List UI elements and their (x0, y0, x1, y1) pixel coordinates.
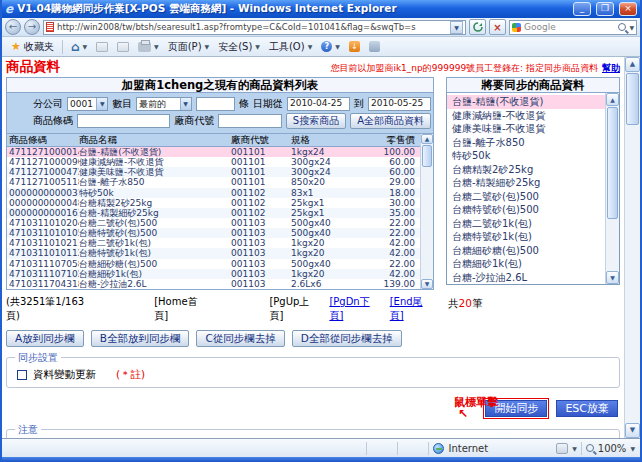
table-scrollbar[interactable]: ▲ ▼ (420, 134, 433, 289)
internet-zone-icon (433, 443, 444, 454)
window-scroll-thumb[interactable] (626, 73, 639, 125)
mail-button[interactable] (113, 41, 133, 53)
sync-list-scrollbar[interactable]: ▲ ▼ (605, 93, 619, 284)
table-scroll-thumb[interactable] (422, 145, 432, 167)
sync-list-item[interactable]: 台糖二號砂1k(包) (447, 217, 605, 231)
sync-scroll-down-icon[interactable]: ▼ (606, 271, 619, 284)
sync-list-item[interactable]: 台糖細砂糖(包)500 (447, 244, 605, 258)
table-scroll-track[interactable] (421, 144, 433, 279)
table-row[interactable]: 0000000000161 台糖-精製細砂25kg 001102 25kgx1 … (7, 208, 420, 218)
table-row[interactable]: 4711271005118 台鹽-離子水850 001101 850x20 29… (7, 177, 420, 187)
search-icon[interactable] (618, 23, 626, 31)
search-dropdown-icon[interactable]: ▼ (629, 24, 634, 31)
sync-list-item[interactable]: 台糖-精製細砂25kg (447, 176, 605, 190)
forward-button[interactable]: → (24, 19, 40, 35)
zoom-dropdown-icon[interactable]: ▼ (630, 445, 635, 452)
status-bar: Internet ▼ 100% ▼ (2, 438, 640, 457)
favorites-button[interactable]: ★ 收藏夹 (7, 39, 58, 55)
address-dropdown-icon[interactable]: ▼ (450, 21, 463, 34)
home-button[interactable]: ⌂▼ (67, 41, 91, 53)
branch-select[interactable]: 0001▼ (67, 97, 108, 111)
sync-list-item[interactable]: 台糖特號砂(包)500 (447, 203, 605, 217)
help-link[interactable]: 幫助 (602, 63, 620, 73)
page-end-link[interactable]: [End尾頁] (390, 295, 434, 323)
date-from-label: 日期從 (253, 97, 283, 111)
status-divider (397, 442, 398, 455)
sync-list-item[interactable]: 台糖精製2砂25kg (447, 163, 605, 177)
sync-list-item[interactable]: 特砂50k (447, 149, 605, 163)
feeds-button[interactable] (92, 41, 112, 53)
menu-page[interactable]: 页面(P)▼ (164, 39, 213, 55)
zoom-level[interactable]: 100% (598, 443, 627, 454)
cell-vendor: 001103 (231, 248, 291, 258)
search-box[interactable]: Google ▼ (509, 20, 637, 35)
count-input[interactable] (196, 97, 235, 111)
table-row[interactable]: 4710311107058 台糖細砂糖(包)500 001103 500gx40… (7, 259, 420, 269)
menu-safety[interactable]: 安全(S)▼ (214, 39, 264, 55)
page-down-link[interactable]: [PgDn下頁] (329, 295, 380, 323)
branch-select-arrow-icon[interactable]: ▼ (96, 98, 107, 110)
addon-button-2[interactable] (365, 40, 384, 53)
search-products-button[interactable]: S搜索商品 (286, 113, 346, 129)
window-scroll-up-icon[interactable]: ▲ (625, 57, 640, 72)
table-row[interactable]: 4710311107102 台糖細砂1k(包) 001103 1kgx20 42… (7, 269, 420, 279)
barcode-input[interactable] (77, 114, 170, 128)
table-row[interactable]: 4710311010211 台糖二號砂1k(包) 001103 1kgx20 4… (7, 238, 420, 248)
table-scroll-down-icon[interactable]: ▼ (421, 279, 433, 289)
count-select-arrow-icon[interactable]: ▼ (180, 98, 191, 110)
stop-button[interactable]: × (489, 19, 506, 35)
sync-list-item[interactable]: 健康美味鹽-不收退貨 (447, 122, 605, 136)
table-row[interactable]: 4710311010105 台糖特號砂(包)500 001103 500gx40… (7, 228, 420, 238)
sync-list-item[interactable]: 台糖細砂1k(包) (447, 257, 605, 271)
sync-scroll-thumb[interactable] (607, 107, 618, 219)
menu-tools[interactable]: 工具(O)▼ (265, 39, 316, 55)
all-products-button[interactable]: A全部商品資料 (350, 113, 431, 129)
remove-from-sync-button[interactable]: C從同步欄去掉 (196, 330, 284, 347)
cell-price: 22.00 (347, 218, 419, 228)
count-select[interactable]: 最前的▼ (136, 97, 191, 111)
put-all-to-sync-button[interactable]: B全部放到同步欄 (91, 330, 190, 347)
zoom-icon[interactable] (586, 444, 594, 452)
cancel-esc-button[interactable]: ESC放棄 (556, 400, 618, 417)
print-button[interactable]: ▼ (134, 41, 163, 53)
table-row[interactable]: 4711271000090 健康減納鹽-不收退貨 001101 300gx24 … (7, 157, 420, 167)
close-button[interactable]: × (619, 2, 637, 16)
sync-list-item[interactable]: 台糖特號砂1k(包) (447, 230, 605, 244)
sync-scroll-track[interactable] (606, 106, 619, 271)
protected-mode-icon[interactable] (556, 443, 568, 454)
table-row[interactable]: 4711271000014 台鹽-精鹽(不收退貨) 001101 1kgx24 … (7, 147, 420, 157)
maximize-button[interactable]: ❐ (596, 2, 614, 16)
remove-all-from-sync-button[interactable]: D全部從同步欄去掉 (292, 330, 402, 347)
table-row[interactable]: 4710311010112 台糖特號砂1k(包) 001103 1kgx20 4… (7, 248, 420, 258)
protected-mode-dropdown-icon[interactable]: ▼ (572, 445, 577, 452)
window-scroll-down-icon[interactable]: ▼ (625, 423, 640, 438)
refresh-button[interactable] (469, 19, 486, 35)
sync-list-item[interactable]: 台鹽-離子水850 (447, 136, 605, 150)
feeds-icon (96, 42, 108, 52)
cell-price: 60.00 (347, 167, 419, 177)
sync-scroll-up-icon[interactable]: ▲ (606, 93, 619, 106)
date-from-input[interactable]: 2010-04-25 (287, 97, 350, 111)
data-update-checkbox[interactable] (17, 370, 27, 380)
address-input[interactable]: http://win2008/tw/btsh/searesult1.asp?fr… (43, 20, 466, 35)
sync-list-item[interactable]: 台鹽-精鹽(不收退貨) (447, 95, 605, 109)
help-button[interactable]: ?▼ (317, 40, 344, 53)
vendor-input[interactable] (218, 114, 282, 128)
minimize-button[interactable]: _ (573, 2, 591, 16)
sync-list-item[interactable]: 台糖二號砂(包)500 (447, 190, 605, 204)
table-row[interactable]: 4710311704318 台糖-沙拉油2.6L 001103 2.6Lx6 1… (7, 279, 420, 289)
cell-vendor: 001103 (231, 279, 291, 289)
window-scrollbar[interactable]: ▲ ▼ (624, 57, 640, 438)
table-row[interactable]: 4711271000472 健康美味鹽-不收退貨 001101 300gx24 … (7, 167, 420, 177)
date-to-input[interactable]: 2010-05-25 (368, 97, 431, 111)
window-scroll-track[interactable] (625, 72, 640, 423)
table-row[interactable]: 0000000000031 特砂50k 001102 83x1 18.00 (7, 188, 420, 198)
put-to-sync-button[interactable]: A放到同步欄 (6, 330, 84, 347)
addon-button-1[interactable]: ↓ (345, 40, 364, 53)
back-button[interactable]: ← (5, 19, 21, 35)
sync-list-item[interactable]: 台糖-沙拉油2.6L (447, 271, 605, 285)
sync-list-item[interactable]: 健康減納鹽-不收退貨 (447, 109, 605, 123)
table-scroll-up-icon[interactable]: ▲ (421, 134, 433, 144)
table-row[interactable]: 0000000000048 台糖精製2砂25kg 001102 25kgx1 3… (7, 198, 420, 208)
table-row[interactable]: 4710311010204 台糖二號砂(包)500 001103 500gx40… (7, 218, 420, 228)
